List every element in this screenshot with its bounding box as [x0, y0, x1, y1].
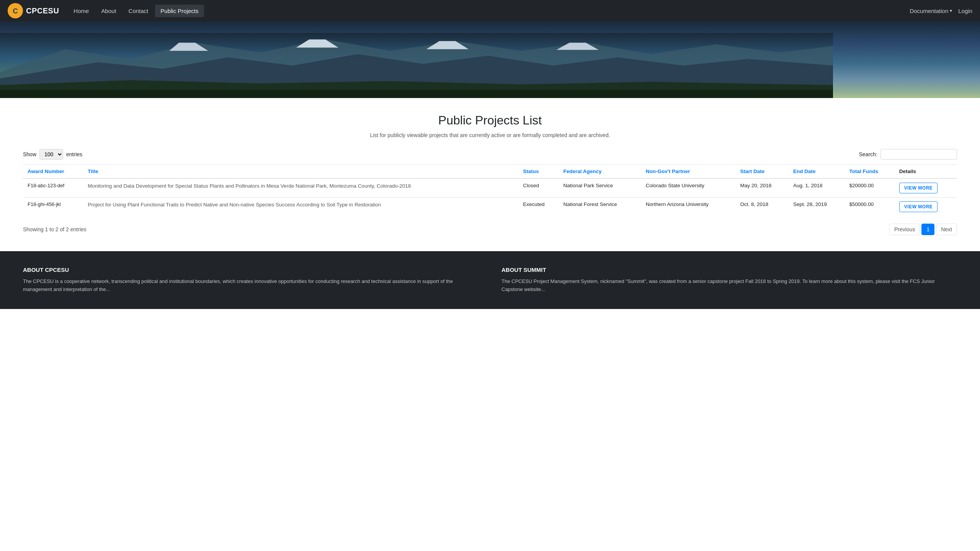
about-cpcesu-heading: ABOUT CPCESU [23, 267, 479, 273]
next-button[interactable]: Next [936, 224, 957, 235]
table-header: Award Number Title Status Federal Agency… [23, 165, 957, 179]
end-date-1: Aug. 1, 2018 [789, 178, 844, 198]
login-link[interactable]: Login [958, 8, 972, 14]
view-more-button-2[interactable]: VIEW MORE [899, 201, 938, 212]
svg-text:C: C [13, 7, 18, 15]
about-summit-text: The CPCESU Project Management System, ni… [501, 278, 957, 294]
entries-select[interactable]: 10 25 50 100 [39, 149, 63, 160]
nav-about[interactable]: About [96, 5, 121, 17]
award-number-1: F18-abc-123-def [23, 178, 83, 198]
search-input[interactable] [880, 149, 957, 160]
main-content: Public Projects List List for publicly v… [0, 98, 980, 251]
pagination-controls: Previous 1 Next [889, 224, 957, 235]
table-body: F18-abc-123-def Monitoring and Data Deve… [23, 178, 957, 216]
partner-2: Northern Arizona University [641, 198, 736, 216]
previous-button[interactable]: Previous [889, 224, 920, 235]
col-details: Details [895, 165, 957, 179]
view-more-button-1[interactable]: VIEW MORE [899, 183, 938, 193]
search-control: Search: [859, 149, 957, 160]
page-title: Public Projects List [23, 113, 957, 128]
col-federal-agency[interactable]: Federal Agency [559, 165, 641, 179]
col-status[interactable]: Status [518, 165, 559, 179]
documentation-button[interactable]: Documentation [910, 8, 952, 14]
mountains-illustration [0, 33, 833, 98]
details-1: VIEW MORE [895, 178, 957, 198]
nav-links: Home About Contact Public Projects [68, 5, 910, 17]
col-end-date[interactable]: End Date [789, 165, 844, 179]
award-number-2: F18-ghi-456-jkl [23, 198, 83, 216]
about-summit-heading: ABOUT SUMMIT [501, 267, 957, 273]
cpcesu-logo: C [8, 3, 23, 18]
pagination-row: Showing 1 to 2 of 2 entries Previous 1 N… [23, 224, 957, 235]
table-row: F18-abc-123-def Monitoring and Data Deve… [23, 178, 957, 198]
agency-1: National Park Service [559, 178, 641, 198]
details-2: VIEW MORE [895, 198, 957, 216]
projects-table: Award Number Title Status Federal Agency… [23, 164, 957, 216]
hero-banner [0, 21, 980, 98]
total-funds-2: $50000.00 [844, 198, 894, 216]
footer-about-cpcesu: ABOUT CPCESU The CPCESU is a cooperative… [23, 267, 479, 294]
search-label: Search: [859, 151, 877, 157]
page-subtitle: List for publicly viewable projects that… [23, 132, 957, 138]
col-title[interactable]: Title [83, 165, 518, 179]
table-controls: Show 10 25 50 100 entries Search: [23, 149, 957, 160]
nav-public-projects[interactable]: Public Projects [155, 5, 204, 17]
col-partner[interactable]: Non-Gov't Partner [641, 165, 736, 179]
showing-entries-text: Showing 1 to 2 of 2 entries [23, 226, 87, 232]
col-total-funds[interactable]: Total Funds [844, 165, 894, 179]
partner-1: Colorado State University [641, 178, 736, 198]
status-2: Executed [518, 198, 559, 216]
status-1: Closed [518, 178, 559, 198]
col-start-date[interactable]: Start Date [735, 165, 789, 179]
footer: ABOUT CPCESU The CPCESU is a cooperative… [0, 251, 980, 309]
show-entries-control: Show 10 25 50 100 entries [23, 149, 82, 160]
show-label: Show [23, 151, 36, 157]
nav-contact[interactable]: Contact [123, 5, 154, 17]
page-1-button[interactable]: 1 [921, 224, 934, 235]
project-title-2: Project for Using Plant Functional Trait… [83, 198, 518, 216]
nav-home[interactable]: Home [68, 5, 94, 17]
about-cpcesu-text: The CPCESU is a cooperative network, tra… [23, 278, 479, 294]
start-date-2: Oct. 8, 2018 [735, 198, 789, 216]
total-funds-1: $20000.00 [844, 178, 894, 198]
nav-right: Documentation Login [910, 8, 972, 14]
brand-name: CPCESU [26, 7, 59, 15]
start-date-1: May 20, 2018 [735, 178, 789, 198]
svg-rect-10 [0, 90, 833, 98]
table-row: F18-ghi-456-jkl Project for Using Plant … [23, 198, 957, 216]
project-title-1: Monitoring and Data Development for Spec… [83, 178, 518, 198]
agency-2: National Forest Service [559, 198, 641, 216]
col-award-number[interactable]: Award Number [23, 165, 83, 179]
nav-brand[interactable]: C CPCESU [8, 3, 59, 18]
entries-label: entries [66, 151, 82, 157]
navbar: C CPCESU Home About Contact Public Proje… [0, 0, 980, 21]
end-date-2: Sept. 28, 2019 [789, 198, 844, 216]
footer-about-summit: ABOUT SUMMIT The CPCESU Project Manageme… [501, 267, 957, 294]
